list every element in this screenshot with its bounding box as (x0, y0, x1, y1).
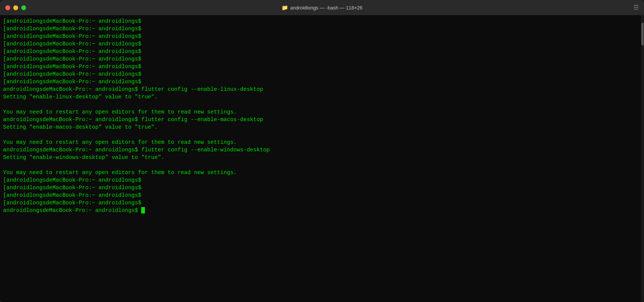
title-label: androidlongs — -bash — 118×26 (290, 5, 362, 11)
terminal-window: 📁 androidlongs — -bash — 118×26 ☰ [andro… (0, 0, 644, 302)
minimize-button[interactable] (13, 5, 18, 10)
scrollbar[interactable] (641, 15, 644, 302)
maximize-button[interactable] (21, 5, 26, 10)
terminal-output: [androidlongsdeMacBook-Pro:~ androidlong… (3, 17, 641, 214)
line-1: [androidlongsdeMacBook-Pro:~ androidlong… (3, 18, 270, 213)
scrollbar-thumb[interactable] (641, 23, 644, 45)
window-title: 📁 androidlongs — -bash — 118×26 (282, 5, 362, 11)
settings-icon[interactable]: ☰ (633, 4, 639, 11)
titlebar: 📁 androidlongs — -bash — 118×26 ☰ (0, 0, 644, 15)
traffic-lights (5, 5, 26, 10)
folder-icon: 📁 (282, 5, 288, 11)
terminal-cursor (141, 207, 145, 213)
close-button[interactable] (5, 5, 10, 10)
terminal-body[interactable]: [androidlongsdeMacBook-Pro:~ androidlong… (0, 15, 644, 302)
